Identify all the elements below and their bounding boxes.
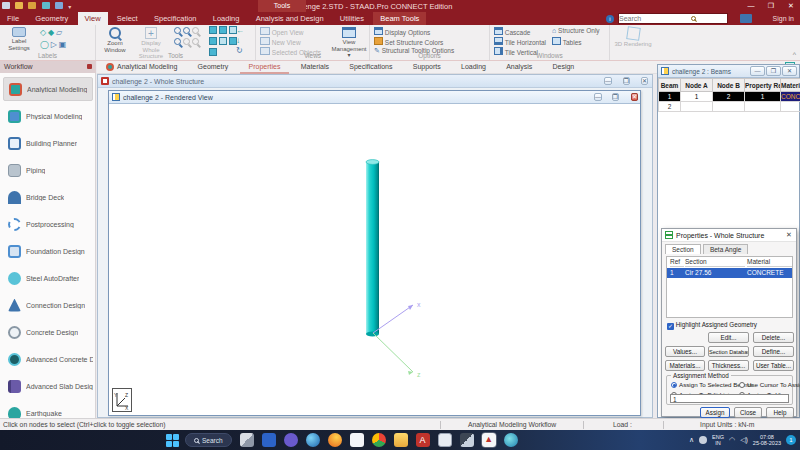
menu-beam-tools[interactable]: Beam Tools — [373, 12, 426, 25]
tables-button[interactable]: Tables — [552, 37, 582, 46]
menu-loading[interactable]: Loading — [206, 12, 247, 25]
tab-design[interactable]: Design — [543, 61, 583, 74]
3d-rendering-button[interactable]: 3D Rendering — [614, 26, 652, 53]
thickness-button[interactable]: Thickness... — [708, 360, 749, 371]
restore-button[interactable]: ❐ — [762, 0, 780, 12]
workflow-item-bridge-deck[interactable]: Bridge Deck — [3, 185, 93, 209]
tab-analytical-modeling[interactable]: Analytical Modeling — [97, 61, 186, 74]
beam-cylinder[interactable] — [366, 160, 379, 337]
zoom-previous-icon[interactable] — [174, 38, 181, 45]
close-button[interactable]: ✕ — [782, 0, 800, 12]
structure-only-button[interactable]: ⌂ Structure Only — [552, 27, 600, 34]
close-dialog-button[interactable]: Close — [734, 407, 762, 418]
rotate-down-icon[interactable]: ↓ — [236, 36, 240, 45]
radio-use-cursor[interactable]: Use Cursor To Assign — [739, 381, 800, 388]
whole-structure-restore[interactable]: ❐ — [622, 76, 630, 86]
account-app-icon[interactable] — [740, 14, 752, 23]
help-info-icon[interactable]: i — [606, 14, 614, 23]
zoom-extents-icon[interactable] — [192, 27, 199, 34]
col-node-b[interactable]: Node B — [713, 79, 745, 92]
menu-geometry[interactable]: Geometry — [28, 12, 75, 25]
tab-beta-angle[interactable]: Beta Angle — [703, 244, 748, 254]
tray-network-icon[interactable] — [699, 436, 707, 444]
workflow-item-foundation-design[interactable]: Foundation Design — [3, 239, 93, 263]
load-label-icon[interactable]: ◯ — [40, 40, 49, 49]
clock[interactable]: 07:0825-08-2023 — [753, 434, 781, 446]
beams-minimize[interactable]: — — [750, 66, 765, 76]
menu-utilities[interactable]: Utilities — [333, 12, 371, 25]
whole-structure-close[interactable]: ✕ — [640, 76, 648, 86]
workflow-item-steel-autodrafter[interactable]: Steel AutoDrafter — [3, 266, 93, 290]
minimize-button[interactable]: — — [742, 0, 760, 12]
workflow-item-building-planner[interactable]: Building Planner — [3, 131, 93, 155]
view-management-button[interactable]: View Management ▾ — [330, 26, 368, 53]
collapse-ribbon-icon[interactable]: ^ — [793, 51, 796, 58]
col-beam[interactable]: Beam — [659, 79, 681, 92]
folder-icon[interactable] — [28, 2, 36, 9]
col-property-refn[interactable]: Property Refn. — [745, 79, 781, 92]
notification-badge[interactable]: 1 — [786, 435, 796, 445]
user-table-button[interactable]: User Table... — [753, 360, 794, 371]
beams-close[interactable]: ✕ — [782, 66, 797, 76]
pin-icon[interactable] — [87, 64, 92, 69]
menu-select[interactable]: Select — [110, 12, 145, 25]
workflow-item-advanced-concrete-design[interactable]: Advanced Concrete Desi... — [3, 347, 93, 371]
pan-icon[interactable] — [192, 38, 199, 45]
help-button[interactable]: Help — [766, 407, 794, 418]
menu-analysis-and-design[interactable]: Analysis and Design — [249, 12, 331, 25]
col-material[interactable]: Material — [781, 79, 800, 92]
menu-file[interactable]: File — [0, 12, 26, 25]
beams-table-row-1[interactable]: 1 1 2 1 CONCRETE — [659, 92, 800, 102]
zoom-dynamic-icon[interactable] — [183, 38, 190, 45]
undo-icon[interactable] — [55, 2, 63, 9]
section-database-button[interactable]: Section Database — [708, 346, 749, 357]
menu-view[interactable]: View — [78, 12, 108, 25]
store-icon[interactable] — [350, 433, 364, 447]
workflow-item-postprocessing[interactable]: Postprocessing — [3, 212, 93, 236]
tab-geometry[interactable]: Geometry — [189, 61, 238, 74]
start-button-icon[interactable] — [166, 434, 179, 447]
workflow-item-physical-modeling[interactable]: Physical Modeling — [3, 104, 93, 128]
workflow-item-analytical-modeling[interactable]: Analytical Modeling — [3, 77, 93, 101]
rendered-view-titlebar[interactable]: challenge 2 - Rendered View — ❐ ✕ — [109, 91, 640, 104]
task-view-icon[interactable] — [240, 433, 254, 447]
set-structure-colors-button[interactable]: Set Structure Colors — [374, 37, 443, 46]
wifi-icon[interactable]: ◠ — [729, 436, 735, 444]
status-units[interactable]: Input Units : kN-m — [700, 421, 754, 428]
materials-button[interactable]: Materials... — [665, 360, 705, 371]
quick-access-dropdown-icon[interactable]: ▾ — [68, 3, 74, 10]
node-label-icon[interactable]: ◇ — [40, 28, 46, 37]
tools-context-tab[interactable]: Tools — [258, 0, 306, 12]
display-whole-structure-button[interactable]: + Display Whole Structure — [134, 26, 168, 53]
workflow-item-concrete-design[interactable]: Concrete Design — [3, 320, 93, 344]
top-view-icon[interactable] — [219, 26, 227, 34]
language-indicator[interactable]: ENGIN — [712, 434, 724, 446]
rendered-view-restore[interactable]: ❐ — [611, 92, 619, 102]
beams-window-titlebar[interactable]: challenge 2 : Beams — ❐ ✕ — [658, 65, 799, 78]
define-button[interactable]: Define... — [753, 346, 794, 357]
display-options-button[interactable]: Display Options — [374, 27, 430, 36]
highlight-checkbox[interactable]: ✓ — [667, 323, 674, 330]
open-folder-icon[interactable] — [15, 2, 23, 9]
tile-horizontal-button[interactable]: Tile Horizontal — [494, 37, 546, 46]
side-view-icon[interactable] — [209, 37, 217, 45]
widgets-icon[interactable] — [262, 433, 276, 447]
tab-materials[interactable]: Materials — [292, 61, 338, 74]
photos-app-icon[interactable] — [460, 433, 474, 447]
zoom-in-icon[interactable] — [174, 27, 181, 34]
save-icon[interactable] — [2, 2, 10, 9]
rendered-view-close[interactable]: ✕ — [630, 92, 638, 102]
skype-app-icon[interactable] — [504, 433, 518, 447]
isometric-view-icon[interactable] — [209, 26, 217, 34]
tab-loading[interactable]: Loading — [452, 61, 495, 74]
cascade-button[interactable]: Cascade — [494, 27, 530, 36]
section-row-selected[interactable]: 1 Cir 27.56 CONCRETE — [667, 268, 792, 278]
open-view-button[interactable]: Open View — [260, 27, 304, 36]
chat-app-icon[interactable] — [284, 433, 298, 447]
tab-specifications[interactable]: Specifications — [340, 61, 401, 74]
tab-section[interactable]: Section — [665, 244, 701, 254]
support-label-icon[interactable]: ▷ — [51, 40, 57, 49]
highlight-assigned-geometry[interactable]: ✓ Highlight Assigned Geometry — [667, 321, 757, 330]
autocad-app-icon[interactable]: A — [416, 433, 430, 447]
tab-supports[interactable]: Supports — [404, 61, 450, 74]
